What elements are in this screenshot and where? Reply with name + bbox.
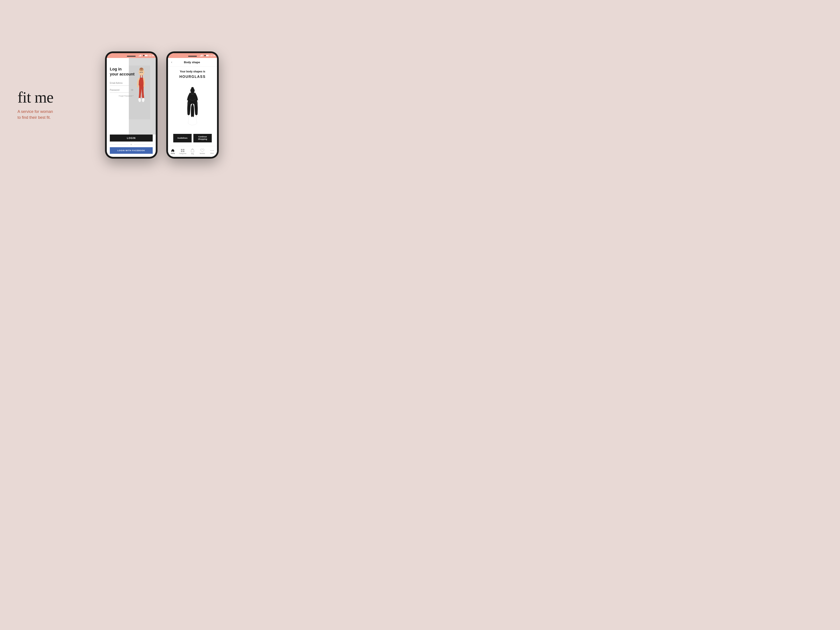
body-shape-type: HOURGLASS [179, 75, 205, 79]
phone-inner-login: 12:36 [107, 53, 156, 157]
svg-rect-6 [148, 55, 148, 56]
svg-marker-3 [141, 55, 141, 57]
wishlist-icon [201, 149, 204, 152]
svg-rect-1 [139, 55, 140, 57]
phone-speaker [127, 56, 136, 57]
svg-rect-37 [206, 55, 208, 56]
svg-rect-44 [181, 151, 182, 152]
body-shape-figure [172, 81, 213, 132]
guidelines-button[interactable]: Guidelines [173, 134, 192, 142]
nav-item-more[interactable]: More [207, 149, 217, 154]
bag-icon [191, 148, 194, 153]
more-icon [210, 149, 214, 152]
home-icon [171, 149, 175, 152]
nav-item-wishlist[interactable]: Wishlist [197, 149, 207, 154]
page-wrapper: fit me A service for woman to find their… [0, 0, 280, 210]
login-screen: Log in your account Email Adress Passwor… [107, 58, 156, 134]
svg-rect-42 [181, 149, 182, 150]
phone-camera [143, 55, 144, 56]
phone-inner-body-shape: 12:36 ‹ Body shape Your body shapes is H… [168, 53, 217, 157]
battery-icon [145, 55, 148, 57]
or-line-left [110, 144, 129, 145]
phone-body-shape: 12:36 ‹ Body shape Your body shapes is H… [166, 51, 219, 159]
status-icons-2: 12:36 [200, 54, 215, 57]
svg-rect-2 [140, 55, 141, 57]
svg-point-40 [191, 87, 194, 89]
svg-rect-32 [200, 56, 201, 57]
svg-rect-0 [139, 56, 139, 57]
status-bar-login: 12:36 [107, 53, 156, 58]
back-button[interactable]: ‹ [171, 60, 172, 64]
svg-point-31 [132, 90, 133, 90]
status-icons: 12:36 [139, 54, 154, 57]
nav-label-categories: Categories [179, 153, 186, 154]
svg-rect-34 [201, 55, 202, 57]
hourglass-svg [182, 87, 204, 126]
forget-password-link[interactable]: Forget Password ? [110, 95, 133, 97]
signal-icon [139, 55, 141, 57]
svg-rect-38 [209, 55, 210, 56]
svg-point-48 [213, 150, 214, 151]
login-buttons: LOGIN or LOGIN WITH FACEBOOK [107, 134, 156, 157]
screen-title: Body shape [174, 61, 210, 64]
eye-icon [131, 89, 133, 91]
signal-icon-2 [200, 55, 202, 57]
nav-label-home: Home [171, 153, 175, 154]
status-bar-body-shape: 12:36 [168, 53, 217, 58]
nav-item-home[interactable]: Home [168, 149, 178, 154]
phones-container: 12:36 [105, 51, 219, 159]
phone-speaker-2 [188, 56, 197, 57]
password-field[interactable]: Password [110, 87, 133, 93]
nav-item-bag[interactable]: Bag [188, 148, 197, 155]
categories-icon [181, 149, 185, 152]
facebook-login-button[interactable]: LOGIN WITH FACEBOOK [110, 147, 153, 154]
svg-point-46 [210, 150, 211, 151]
nav-label-more: More [210, 153, 214, 154]
phone-login: 12:36 [105, 51, 158, 159]
login-title: Log in your account [110, 67, 153, 77]
svg-point-47 [212, 150, 212, 151]
body-shape-buttons: Guidelines Continue Shopping [172, 134, 213, 142]
time-display-2: 12:36 [210, 54, 215, 57]
screen-header: ‹ Body shape [168, 58, 217, 66]
nav-label-wishlist: Wishlist [200, 153, 205, 154]
branding-section: fit me A service for woman to find their… [17, 90, 54, 120]
svg-rect-5 [145, 55, 147, 56]
continue-shopping-button[interactable]: Continue Shopping [193, 134, 212, 142]
battery-icon-2 [206, 55, 210, 57]
bottom-nav: Home Categories [168, 146, 217, 157]
email-field[interactable]: Email Adress [110, 81, 133, 86]
or-divider: or [110, 143, 153, 145]
body-shape-screen: ‹ Body shape Your body shapes is HOURGLA… [168, 58, 217, 157]
login-form: Log in your account Email Adress Passwor… [107, 58, 156, 101]
brand-subtitle: A service for woman to find their best f… [17, 109, 54, 120]
time-display: 12:36 [149, 54, 154, 57]
login-button[interactable]: LOGIN [110, 134, 153, 142]
svg-rect-33 [201, 55, 201, 57]
phone-camera-2 [204, 55, 205, 56]
svg-rect-45 [183, 151, 185, 152]
or-line-right [134, 144, 153, 145]
brand-title: fit me [17, 90, 54, 105]
body-shape-content: Your body shapes is HOURGLASS [168, 66, 217, 146]
nav-item-categories[interactable]: Categories [178, 149, 188, 154]
svg-marker-35 [202, 55, 202, 57]
svg-rect-43 [183, 149, 185, 150]
nav-label-bag: Bag [191, 153, 194, 155]
body-shape-label: Your body shapes is [180, 70, 205, 73]
